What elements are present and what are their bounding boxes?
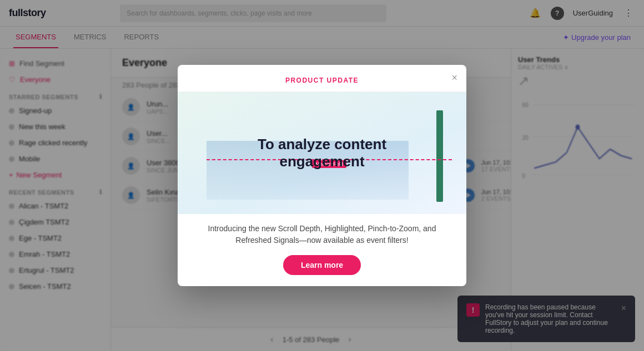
modal-close-button[interactable]: ×	[451, 73, 457, 83]
modal-image: Median Fold To analyze content engagemen…	[178, 92, 466, 214]
modal-header: PRODUCT UPDATE ×	[178, 65, 466, 92]
modal-headline-overlay: To analyze content engagement	[239, 136, 405, 170]
learn-more-button[interactable]: Learn more	[283, 255, 361, 275]
modal-badge: PRODUCT UPDATE	[285, 77, 359, 84]
modal-body: Introducing the new Scroll Depth, Highli…	[178, 214, 466, 286]
product-update-modal: PRODUCT UPDATE × Median Fold To analyze …	[178, 65, 466, 286]
modal-overlay[interactable]: PRODUCT UPDATE × Median Fold To analyze …	[0, 0, 644, 351]
scroll-bar-indicator	[436, 110, 443, 202]
modal-headline: To analyze content engagement	[239, 136, 405, 170]
modal-description: Introducing the new Scroll Depth, Highli…	[195, 223, 449, 246]
